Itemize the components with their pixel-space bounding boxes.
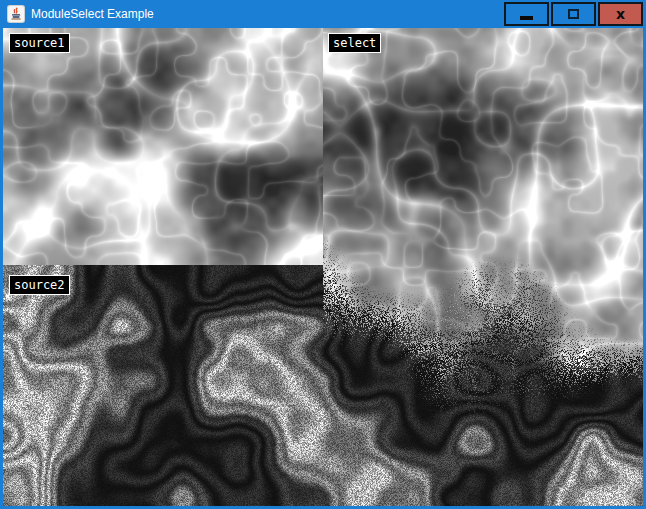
java-coffee-cup-glyph xyxy=(9,7,23,21)
app-window: ModuleSelect Example x source1 select so… xyxy=(0,0,646,509)
panel-label-source2: source2 xyxy=(9,275,70,295)
window-controls: x xyxy=(504,2,643,26)
noise-canvas xyxy=(3,28,643,506)
close-icon: x xyxy=(616,7,625,21)
maximize-icon xyxy=(568,9,579,19)
close-button[interactable]: x xyxy=(598,2,643,26)
minimize-icon xyxy=(520,16,533,20)
titlebar[interactable]: ModuleSelect Example x xyxy=(0,0,646,28)
window-title: ModuleSelect Example xyxy=(31,0,154,28)
panel-label-select: select xyxy=(328,33,381,53)
minimize-button[interactable] xyxy=(504,2,549,26)
render-area: source1 select source2 xyxy=(3,28,643,506)
maximize-button[interactable] xyxy=(551,2,596,26)
java-coffee-cup-icon xyxy=(7,5,25,23)
panel-label-source1: source1 xyxy=(9,33,70,53)
